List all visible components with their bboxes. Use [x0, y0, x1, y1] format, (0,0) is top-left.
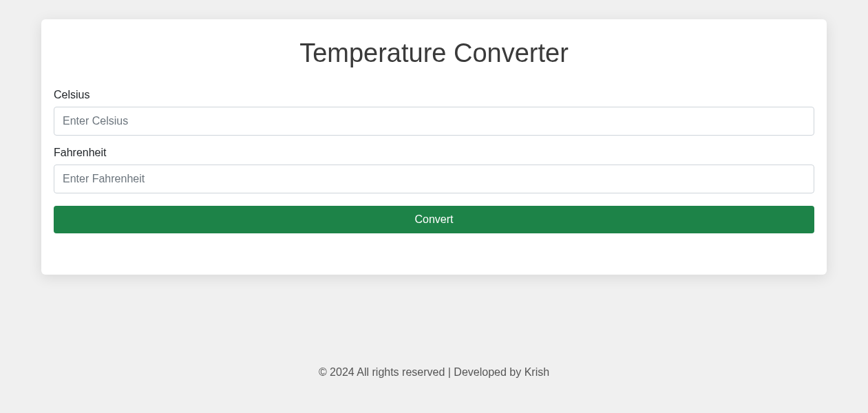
- fahrenheit-label: Fahrenheit: [54, 147, 814, 159]
- footer-text: © 2024 All rights reserved | Developed b…: [0, 366, 868, 379]
- page-title: Temperature Converter: [54, 39, 814, 68]
- convert-button[interactable]: Convert: [54, 206, 814, 233]
- fahrenheit-input[interactable]: [54, 165, 814, 193]
- converter-card: Temperature Converter Celsius Fahrenheit…: [41, 19, 827, 275]
- celsius-label: Celsius: [54, 89, 814, 101]
- celsius-input[interactable]: [54, 107, 814, 136]
- fahrenheit-group: Fahrenheit: [54, 147, 814, 193]
- celsius-group: Celsius: [54, 89, 814, 136]
